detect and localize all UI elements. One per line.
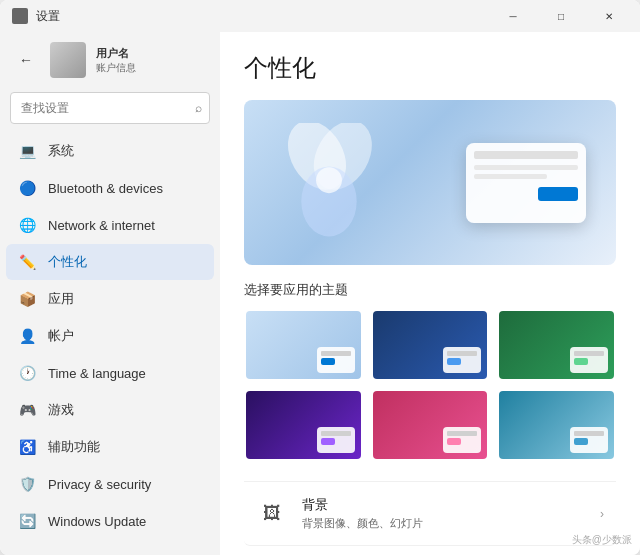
nav-label-time: Time & language [48,366,146,381]
theme-card-mini-1 [443,347,481,373]
window-controls: ─ □ ✕ [490,0,632,32]
theme-card-bg-4 [373,391,488,459]
theme-card-mini-3 [317,427,355,453]
nav-icon-network: 🌐 [18,216,36,234]
windows-flower [274,123,384,243]
nav-label-gaming: 游戏 [48,401,74,419]
user-info: 用户名 账户信息 [96,46,208,75]
sidebar-item-accessibility[interactable]: ♿ 辅助功能 [6,429,214,465]
theme-card-4[interactable] [371,389,490,461]
preview-dialog [466,143,586,223]
page-title: 个性化 [244,52,616,84]
nav-label-network: Network & internet [48,218,155,233]
theme-mini-bar-2 [574,351,604,356]
theme-card-mini-0 [317,347,355,373]
nav-list: 💻 系统 🔵 Bluetooth & devices 🌐 Network & i… [0,132,220,540]
user-name: 用户名 [96,46,208,61]
sidebar-item-personalization[interactable]: ✏️ 个性化 [6,244,214,280]
settings-icon-background: 🖼 [256,498,288,530]
theme-card-5[interactable] [497,389,616,461]
theme-card-3[interactable] [244,389,363,461]
theme-card-1[interactable] [371,309,490,381]
sidebar-item-time[interactable]: 🕐 Time & language [6,355,214,391]
theme-mini-btn-4 [447,438,461,445]
nav-icon-time: 🕐 [18,364,36,382]
sidebar-item-accounts[interactable]: 👤 帐户 [6,318,214,354]
settings-item-background[interactable]: 🖼 背景 背景图像、颜色、幻灯片 › [244,482,616,546]
theme-card-mini-2 [570,347,608,373]
sidebar-item-privacy[interactable]: 🛡️ Privacy & security [6,466,214,502]
content-area: 个性化 [220,32,640,555]
nav-icon-personalization: ✏️ [18,253,36,271]
theme-card-bg-5 [499,391,614,459]
sidebar: ← 用户名 账户信息 ⌕ 💻 系统 🔵 Bluetooth & devices … [0,32,220,555]
nav-icon-accounts: 👤 [18,327,36,345]
settings-title-background: 背景 [302,496,586,514]
theme-section-label: 选择要应用的主题 [244,281,616,299]
theme-mini-btn-1 [447,358,461,365]
preview-dialog-button [538,187,578,201]
sidebar-item-system[interactable]: 💻 系统 [6,133,214,169]
theme-card-2[interactable] [497,309,616,381]
nav-icon-update: 🔄 [18,512,36,530]
preview-dialog-line2 [474,174,547,179]
nav-label-update: Windows Update [48,514,146,529]
nav-icon-privacy: 🛡️ [18,475,36,493]
app-icon [12,8,28,24]
theme-card-mini-5 [570,427,608,453]
theme-grid [244,309,616,461]
theme-card-0[interactable] [244,309,363,381]
settings-text-background: 背景 背景图像、颜色、幻灯片 [302,496,586,531]
nav-label-apps: 应用 [48,290,74,308]
svg-point-3 [316,167,342,193]
close-button[interactable]: ✕ [586,0,632,32]
theme-preview [244,100,616,265]
settings-sub-background: 背景图像、颜色、幻灯片 [302,516,586,531]
search-box: ⌕ [10,92,210,124]
nav-icon-accessibility: ♿ [18,438,36,456]
settings-window: 设置 ─ □ ✕ ← 用户名 账户信息 ⌕ 💻 [0,0,640,555]
theme-card-bg-1 [373,311,488,379]
theme-card-bg-3 [246,391,361,459]
sidebar-item-network[interactable]: 🌐 Network & internet [6,207,214,243]
back-button[interactable]: ← [12,46,40,74]
nav-label-accessibility: 辅助功能 [48,438,100,456]
settings-list: 🖼 背景 背景图像、颜色、幻灯片 › 🎨 颜色 主题色、透明效果、颜色主题 › … [244,481,616,555]
sidebar-item-bluetooth[interactable]: 🔵 Bluetooth & devices [6,170,214,206]
theme-mini-bar-0 [321,351,351,356]
watermark: 头条@少数派 [572,533,632,547]
nav-label-bluetooth: Bluetooth & devices [48,181,163,196]
theme-mini-btn-2 [574,358,588,365]
title-bar-title: 设置 [36,8,60,25]
theme-mini-bar-5 [574,431,604,436]
nav-label-personalization: 个性化 [48,253,87,271]
search-input[interactable] [10,92,210,124]
settings-item-colors[interactable]: 🎨 颜色 主题色、透明效果、颜色主题 › [244,546,616,555]
sidebar-item-apps[interactable]: 📦 应用 [6,281,214,317]
nav-label-system: 系统 [48,142,74,160]
main-layout: ← 用户名 账户信息 ⌕ 💻 系统 🔵 Bluetooth & devices … [0,32,640,555]
maximize-button[interactable]: □ [538,0,584,32]
theme-card-mini-4 [443,427,481,453]
title-bar-left: 设置 [12,8,60,25]
theme-mini-bar-3 [321,431,351,436]
nav-label-accounts: 帐户 [48,327,74,345]
theme-mini-btn-5 [574,438,588,445]
nav-label-privacy: Privacy & security [48,477,151,492]
nav-icon-apps: 📦 [18,290,36,308]
theme-mini-btn-0 [321,358,335,365]
user-avatar [50,42,86,78]
minimize-button[interactable]: ─ [490,0,536,32]
settings-chevron-background: › [600,507,604,521]
theme-mini-bar-4 [447,431,477,436]
theme-mini-bar-1 [447,351,477,356]
user-sub: 账户信息 [96,61,208,75]
sidebar-item-gaming[interactable]: 🎮 游戏 [6,392,214,428]
preview-dialog-titlebar [474,151,578,159]
sidebar-item-update[interactable]: 🔄 Windows Update [6,503,214,539]
sidebar-header: ← 用户名 账户信息 [0,32,220,88]
title-bar: 设置 ─ □ ✕ [0,0,640,32]
nav-icon-gaming: 🎮 [18,401,36,419]
theme-mini-btn-3 [321,438,335,445]
nav-icon-system: 💻 [18,142,36,160]
